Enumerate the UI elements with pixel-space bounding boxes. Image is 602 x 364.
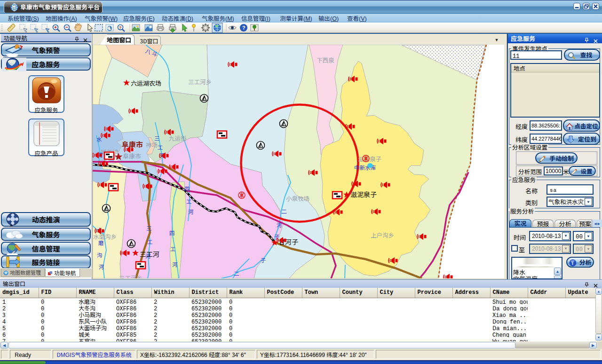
svg-text:二: 二 (234, 269, 239, 277)
svg-text:?: ? (119, 25, 122, 30)
svg-text:九运街: 九运街 (169, 134, 187, 142)
svg-text:上户沟乡: 上户沟乡 (371, 230, 394, 239)
svg-text:滋泥泉子: 滋泥泉子 (350, 190, 377, 199)
svg-text:工: 工 (147, 238, 153, 245)
svg-text:河: 河 (277, 221, 282, 229)
svg-text:河: 河 (99, 263, 104, 270)
svg-text:下西泉: 下西泉 (317, 55, 334, 64)
svg-text:三工河乡: 三工河乡 (119, 273, 143, 278)
svg-text:六运湖农场: 六运湖农场 (131, 79, 161, 87)
svg-text:工: 工 (170, 245, 176, 253)
svg-text:四: 四 (169, 229, 175, 237)
svg-text:河: 河 (172, 261, 178, 268)
svg-text:i: i (572, 261, 573, 266)
svg-text:阜康市: 阜康市 (123, 151, 141, 160)
svg-text:三: 三 (146, 224, 152, 232)
svg-text:小泉牧场: 小泉牧场 (286, 194, 309, 203)
svg-text:磨: 磨 (98, 239, 104, 246)
svg-text:二: 二 (281, 207, 287, 215)
svg-text:三: 三 (154, 135, 160, 142)
svg-text:工: 工 (158, 143, 163, 151)
svg-text:?: ? (242, 25, 246, 31)
svg-text:河: 河 (188, 208, 194, 215)
svg-text:三工河乡: 三工河乡 (188, 77, 212, 86)
svg-text:滋泥泉子: 滋泥泉子 (358, 154, 382, 163)
svg-text:三工河: 三工河 (140, 249, 159, 259)
svg-text:四: 四 (184, 185, 190, 192)
svg-text:工: 工 (186, 198, 192, 205)
svg-text:子: 子 (261, 256, 266, 264)
svg-text:沟: 沟 (97, 251, 103, 259)
